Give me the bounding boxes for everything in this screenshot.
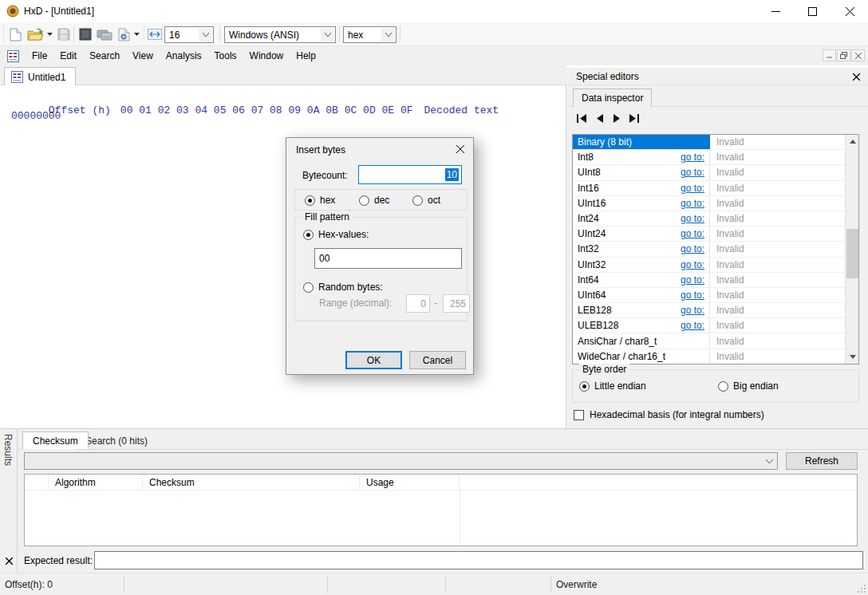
goto-link[interactable]: go to:: [681, 183, 704, 194]
scrollbar-thumb[interactable]: [846, 229, 858, 278]
radio-icon: [303, 282, 314, 293]
goto-link[interactable]: go to:: [681, 259, 704, 270]
close-panel-icon[interactable]: [850, 70, 862, 83]
new-file-icon[interactable]: [7, 26, 23, 42]
open-ram-icon[interactable]: [96, 26, 113, 42]
bytes-per-row-select[interactable]: 16: [164, 26, 214, 43]
bytecount-input[interactable]: 10: [358, 165, 462, 184]
goto-link[interactable]: go to:: [681, 213, 704, 224]
chevron-down-icon[interactable]: [321, 28, 334, 41]
data-inspector-row[interactable]: ULEB128go to:Invalid: [573, 318, 846, 333]
expected-result-input[interactable]: [94, 551, 863, 569]
menu-tools[interactable]: Tools: [208, 47, 243, 65]
range-min-input[interactable]: 0: [406, 294, 430, 313]
open-dropdown-icon[interactable]: [45, 31, 53, 37]
close-icon[interactable]: [831, 0, 868, 22]
bytes-per-row-icon[interactable]: [147, 26, 163, 42]
goto-link[interactable]: go to:: [681, 305, 704, 316]
checksum-table[interactable]: Algorithm Checksum Usage: [24, 474, 858, 546]
data-inspector-row[interactable]: AnsiChar / char8_tInvalid: [573, 333, 846, 349]
data-inspector-row[interactable]: Binary (8 bit)Invalid: [573, 135, 846, 150]
minimize-icon[interactable]: [757, 0, 794, 22]
disk-image-dropdown-icon[interactable]: [132, 31, 140, 37]
menu-analysis[interactable]: Analysis: [160, 47, 208, 65]
open-disk-icon[interactable]: [77, 26, 93, 42]
checkbox-icon: [574, 410, 584, 420]
goto-link[interactable]: go to:: [681, 274, 704, 286]
tab-untitled1[interactable]: Untitled1: [4, 67, 76, 86]
hxd-document-icon: [7, 50, 19, 62]
open-disk-image-icon[interactable]: [116, 26, 132, 42]
save-file-icon[interactable]: [56, 26, 72, 42]
scrollbar[interactable]: [845, 135, 858, 364]
next-record-icon[interactable]: [609, 111, 625, 125]
encoding-select[interactable]: Windows (ANSI): [224, 26, 336, 43]
ok-button[interactable]: OK: [345, 351, 402, 369]
data-inspector-row[interactable]: Int8go to:Invalid: [573, 150, 846, 165]
offset-base-select[interactable]: hex: [343, 26, 397, 43]
previous-record-icon[interactable]: [591, 111, 607, 125]
menu-file[interactable]: File: [26, 47, 53, 65]
scroll-up-icon[interactable]: [846, 135, 859, 148]
goto-link[interactable]: go to:: [681, 320, 704, 331]
radix-hex-radio[interactable]: hex: [305, 195, 335, 206]
random-bytes-radio[interactable]: Random bytes:: [303, 282, 383, 293]
chevron-down-icon[interactable]: [199, 28, 212, 41]
hexadecimal-basis-checkbox[interactable]: Hexadecimal basis (for integral numbers): [574, 409, 764, 420]
hex-editor-area[interactable]: Offset (h)00 01 02 03 04 05 06 07 08 09 …: [0, 85, 566, 428]
checksum-algorithm-select[interactable]: [24, 452, 778, 470]
menu-window[interactable]: Window: [243, 47, 290, 65]
hex-values-input[interactable]: 00: [314, 248, 462, 269]
data-inspector-row[interactable]: Int24go to:Invalid: [573, 211, 846, 227]
close-results-icon[interactable]: [3, 555, 15, 567]
scroll-down-icon[interactable]: [846, 350, 859, 364]
data-inspector-row[interactable]: UInt32go to:Invalid: [573, 258, 846, 273]
mdi-minimize-icon[interactable]: [823, 49, 836, 61]
goto-link[interactable]: go to:: [681, 167, 704, 178]
menu-help[interactable]: Help: [290, 47, 322, 65]
mdi-close-icon[interactable]: [851, 49, 865, 61]
menu-edit[interactable]: Edit: [53, 47, 83, 65]
first-record-icon[interactable]: [574, 111, 590, 125]
menu-view[interactable]: View: [126, 47, 160, 65]
resize-grip-icon[interactable]: [857, 584, 866, 593]
big-endian-radio[interactable]: Big endian: [718, 380, 779, 392]
goto-link[interactable]: go to:: [681, 290, 704, 301]
data-inspector-row[interactable]: Int16go to:Invalid: [573, 181, 846, 196]
data-inspector-row[interactable]: UInt8go to:Invalid: [573, 165, 846, 180]
data-inspector-row[interactable]: Int32go to:Invalid: [573, 242, 846, 257]
last-record-icon[interactable]: [626, 111, 642, 125]
goto-link[interactable]: go to:: [681, 152, 704, 163]
radix-dec-radio[interactable]: dec: [359, 195, 389, 206]
data-inspector-row[interactable]: UInt64go to:Invalid: [573, 288, 846, 303]
type-value: Invalid: [710, 198, 744, 209]
little-endian-radio[interactable]: Little endian: [579, 380, 646, 392]
tab-checksum[interactable]: Checksum: [22, 431, 89, 449]
maximize-icon[interactable]: [794, 0, 831, 22]
radix-oct-radio[interactable]: oct: [412, 195, 440, 206]
chevron-down-icon[interactable]: [381, 28, 395, 41]
button-label: Refresh: [805, 455, 838, 467]
goto-link[interactable]: go to:: [681, 228, 704, 239]
goto-link[interactable]: go to:: [681, 243, 704, 254]
range-max-input[interactable]: 255: [443, 294, 470, 313]
data-inspector-row[interactable]: Int64go to:Invalid: [573, 273, 846, 288]
chevron-down-icon[interactable]: [762, 454, 776, 468]
toolbar-grip[interactable]: [2, 26, 5, 42]
open-file-icon[interactable]: [26, 26, 44, 42]
data-inspector-row[interactable]: WideChar / char16_tInvalid: [573, 349, 846, 364]
data-inspector-row[interactable]: UInt24go to:Invalid: [573, 227, 846, 242]
hex-values-radio[interactable]: Hex-values:: [303, 229, 369, 240]
data-inspector-row[interactable]: LEB128go to:Invalid: [573, 303, 846, 318]
status-divider: [550, 576, 551, 593]
tab-data-inspector[interactable]: Data inspector: [573, 89, 652, 107]
goto-link[interactable]: go to:: [681, 198, 704, 209]
status-offset: Offset(h): 0: [5, 579, 53, 590]
dialog-close-icon[interactable]: [448, 138, 473, 160]
cancel-button[interactable]: Cancel: [409, 351, 466, 369]
refresh-button[interactable]: Refresh: [786, 452, 858, 470]
menu-search[interactable]: Search: [83, 47, 126, 65]
toolbar-grip[interactable]: [143, 26, 145, 42]
data-inspector-row[interactable]: UInt16go to:Invalid: [573, 196, 846, 211]
mdi-restore-icon[interactable]: [837, 49, 850, 61]
